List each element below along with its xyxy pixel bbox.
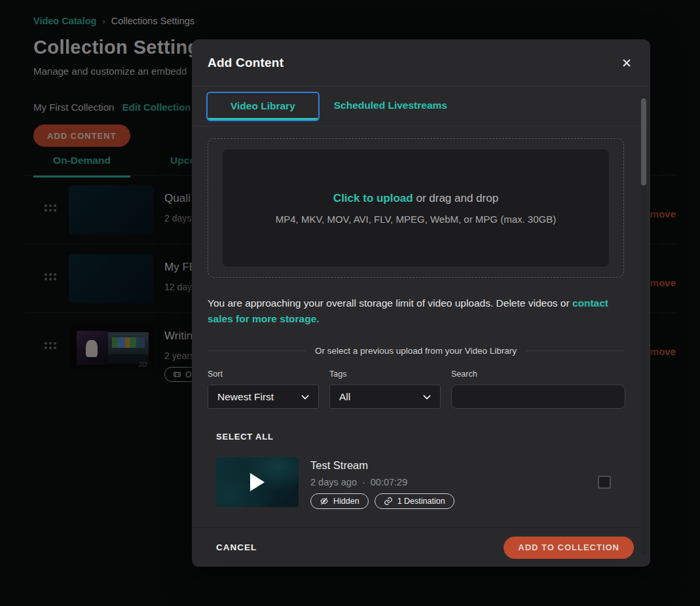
search-filter: Search	[451, 369, 625, 409]
sort-select[interactable]: Newest First	[208, 385, 319, 409]
modal-footer: CANCEL ADD TO COLLECTION	[192, 527, 650, 567]
select-all-button[interactable]: SELECT ALL	[216, 432, 274, 442]
video-time-ago: 2 days ago	[310, 477, 357, 487]
destination-badge-label: 1 Destination	[397, 497, 445, 506]
play-icon	[250, 473, 265, 491]
search-label: Search	[451, 369, 625, 379]
destination-link-icon	[384, 497, 393, 506]
video-title: Test Stream	[310, 459, 454, 472]
upload-dropzone-inner[interactable]: Click to upload or drag and drop MP4, MK…	[223, 149, 609, 267]
library-divider-text: Or select a previous upload from your Vi…	[315, 346, 517, 356]
tags-select-value: All	[339, 391, 422, 403]
click-to-upload-link[interactable]: Click to upload	[333, 192, 413, 204]
hidden-eye-icon	[320, 497, 329, 506]
meta-dot: ·	[362, 477, 365, 487]
destination-badge: 1 Destination	[375, 493, 454, 509]
upload-formats: MP4, MKV, MOV, AVI, FLV, MPEG, WebM, or …	[276, 214, 556, 225]
tags-label: Tags	[329, 369, 441, 379]
upload-instruction: Click to upload or drag and drop	[333, 192, 498, 205]
library-divider: Or select a previous upload from your Vi…	[208, 346, 624, 356]
close-icon[interactable]: ✕	[619, 55, 635, 71]
storage-warning-text: You are approaching your overall storage…	[208, 297, 572, 309]
tab-scheduled-livestreams[interactable]: Scheduled Livestreams	[334, 100, 447, 113]
tags-select[interactable]: All	[329, 385, 441, 409]
video-thumbnail[interactable]	[216, 457, 299, 507]
drag-and-drop-text: or drag and drop	[413, 192, 498, 204]
sort-label: Sort	[208, 369, 319, 379]
add-to-collection-button[interactable]: ADD TO COLLECTION	[504, 537, 634, 559]
modal-body: Click to upload or drag and drop MP4, MK…	[192, 126, 650, 527]
modal-tabs: Video Library Scheduled Livestreams	[192, 86, 650, 126]
divider-line	[208, 350, 306, 351]
modal-scrollbar-thumb[interactable]	[641, 98, 646, 185]
modal-header: Add Content ✕	[192, 39, 650, 86]
modal-title: Add Content	[208, 56, 284, 70]
chevron-down-icon	[300, 392, 310, 402]
sort-select-value: Newest First	[217, 391, 300, 403]
hidden-badge: Hidden	[310, 493, 369, 509]
divider-line	[526, 350, 624, 351]
video-meta: 2 days ago · 00:07:29	[310, 477, 454, 487]
video-duration: 00:07:29	[371, 477, 407, 487]
tab-video-library[interactable]: Video Library	[206, 92, 320, 121]
app-window: Video Catalog › Collections Settings Col…	[0, 0, 700, 606]
sort-filter: Sort Newest First	[208, 369, 319, 409]
storage-warning: You are approaching your overall storage…	[208, 295, 627, 327]
video-badges: Hidden 1 Destination	[310, 493, 454, 509]
video-checkbox[interactable]	[598, 476, 611, 489]
cancel-button[interactable]: CANCEL	[216, 542, 257, 552]
search-input[interactable]	[451, 385, 625, 409]
hidden-badge-label: Hidden	[333, 497, 359, 506]
upload-dropzone[interactable]: Click to upload or drag and drop MP4, MK…	[208, 138, 624, 278]
add-content-modal: Add Content ✕ Video Library Scheduled Li…	[192, 39, 650, 567]
library-filters: Sort Newest First Tags All	[208, 369, 624, 409]
tags-filter: Tags All	[329, 369, 441, 409]
video-info: Test Stream 2 days ago · 00:07:29	[310, 457, 454, 509]
modal-scrollbar-track	[641, 96, 646, 554]
chevron-down-icon	[422, 392, 432, 402]
library-video-item: Test Stream 2 days ago · 00:07:29	[216, 457, 624, 509]
